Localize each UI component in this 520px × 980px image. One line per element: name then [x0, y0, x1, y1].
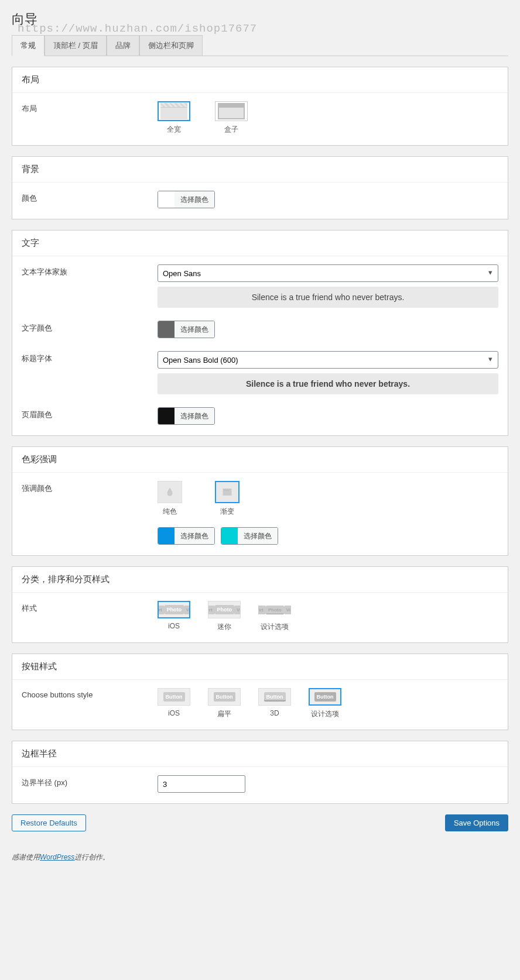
panel-cat-style: 分类，排序和分页样式 样式 irtPhotoVi iOS irtPhotoVi …: [12, 566, 508, 643]
color-swatch: [158, 191, 175, 208]
color-swatch: [158, 528, 175, 544]
accent-option-gradient[interactable]: 渐变: [215, 481, 240, 517]
option-label: 3D: [258, 709, 291, 717]
font-family-label: 文本字体家族: [22, 264, 158, 277]
color-swatch: [221, 528, 238, 544]
layout-option-label: 盒子: [215, 125, 248, 135]
color-swatch: [158, 321, 175, 338]
header-color-picker[interactable]: 选择颜色: [158, 407, 215, 425]
option-label: 设计选项: [258, 622, 291, 632]
cat-style-design[interactable]: irtPhotoVi 设计选项: [258, 601, 291, 632]
radius-label: 边界半径 (px): [22, 775, 158, 788]
option-label: 渐变: [215, 507, 240, 517]
option-label: iOS: [158, 709, 190, 717]
droplet-icon: [165, 486, 175, 498]
page-title: 向导: [12, 11, 508, 28]
svg-rect-5: [225, 490, 226, 491]
layout-option-boxed[interactable]: 盒子: [215, 101, 248, 135]
btn-style-label: Choose buttons style: [22, 688, 158, 699]
panel-title: 文字: [12, 231, 508, 256]
accent-option-solid[interactable]: 纯色: [158, 481, 182, 517]
panel-btn-style: 按钮样式 Choose buttons style Button iOS But…: [12, 654, 508, 730]
btn-style-3d[interactable]: Button 3D: [258, 688, 291, 719]
svg-rect-7: [228, 490, 230, 491]
svg-rect-4: [229, 490, 230, 491]
panel-background: 背景 颜色 选择颜色: [12, 156, 508, 219]
pick-color-button[interactable]: 选择颜色: [175, 528, 214, 544]
restore-defaults-button[interactable]: Restore Defaults: [12, 814, 86, 831]
svg-rect-2: [225, 490, 227, 491]
panel-title: 边框半径: [12, 741, 508, 767]
pick-color-button[interactable]: 选择颜色: [175, 408, 214, 424]
svg-rect-6: [227, 490, 228, 491]
tab-header[interactable]: 顶部栏 / 页眉: [45, 35, 107, 56]
gradient-icon: [221, 487, 233, 497]
option-label: 纯色: [158, 507, 182, 517]
tab-general[interactable]: 常规: [12, 35, 45, 56]
panel-title: 背景: [12, 157, 508, 183]
panel-radius: 边框半径 边界半径 (px): [12, 741, 508, 804]
accent-color-picker-1[interactable]: 选择颜色: [158, 527, 215, 545]
svg-rect-3: [227, 490, 228, 491]
panel-text: 文字 文本字体家族 Open Sans Silence is a true fr…: [12, 230, 508, 436]
pick-color-button[interactable]: 选择颜色: [175, 191, 214, 208]
save-options-button[interactable]: Save Options: [445, 814, 508, 831]
btn-style-ios[interactable]: Button iOS: [158, 688, 190, 719]
text-color-picker[interactable]: 选择颜色: [158, 321, 215, 338]
panel-title: 按钮样式: [12, 654, 508, 680]
color-swatch: [158, 408, 175, 424]
cat-style-mini[interactable]: irtPhotoVi 迷你: [208, 601, 241, 632]
option-label: iOS: [158, 622, 190, 630]
text-color-label: 文字颜色: [22, 321, 158, 333]
header-color-label: 页眉颜色: [22, 407, 158, 420]
radius-input[interactable]: [158, 775, 245, 793]
panel-layout: 布局 布局 全宽 盒子: [12, 67, 508, 146]
tabs: 常规 顶部栏 / 页眉 品牌 侧边栏和页脚: [12, 35, 508, 56]
pick-color-button[interactable]: 选择颜色: [238, 528, 278, 544]
bg-color-label: 颜色: [22, 191, 158, 204]
tab-sidebar-footer[interactable]: 侧边栏和页脚: [139, 35, 203, 56]
panel-title: 色彩强调: [12, 447, 508, 473]
svg-rect-1: [224, 490, 225, 491]
accent-color-picker-2[interactable]: 选择颜色: [221, 527, 278, 545]
panel-title: 分类，排序和分页样式: [12, 567, 508, 593]
layout-option-full[interactable]: 全宽: [158, 101, 190, 135]
panel-title: 布局: [12, 67, 508, 93]
bg-color-picker[interactable]: 选择颜色: [158, 191, 215, 208]
layout-label: 布局: [22, 101, 158, 114]
option-label: 迷你: [208, 622, 241, 632]
btn-style-flat[interactable]: Button 扁平: [208, 688, 241, 719]
option-label: 设计选项: [309, 709, 341, 719]
wordpress-link[interactable]: WordPress: [40, 853, 74, 861]
heading-preview: Silence is a true friend who never betra…: [158, 373, 498, 394]
tab-brand[interactable]: 品牌: [107, 35, 139, 56]
panel-accent: 色彩强调 强调颜色 纯色: [12, 446, 508, 556]
option-label: 扁平: [208, 709, 241, 719]
font-family-select[interactable]: Open Sans: [158, 264, 498, 282]
btn-style-design[interactable]: Button 设计选项: [309, 688, 341, 719]
heading-font-select[interactable]: Open Sans Bold (600): [158, 351, 498, 369]
cat-style-ios[interactable]: irtPhotoVi iOS: [158, 601, 190, 632]
layout-option-label: 全宽: [158, 125, 190, 135]
pick-color-button[interactable]: 选择颜色: [175, 321, 214, 338]
accent-label: 强调颜色: [22, 481, 158, 494]
font-preview: Silence is a true friend who never betra…: [158, 287, 498, 308]
footer-thanks: 感谢使用WordPress进行创作。: [12, 849, 508, 869]
heading-font-label: 标题字体: [22, 351, 158, 364]
style-label: 样式: [22, 601, 158, 614]
